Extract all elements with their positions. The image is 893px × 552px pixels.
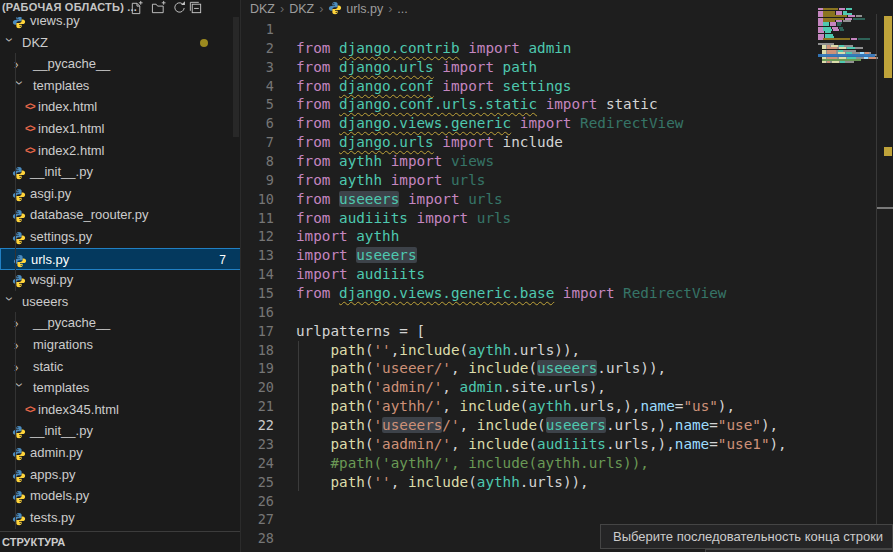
breadcrumb-separator-icon: › — [275, 2, 289, 16]
code-line-9[interactable]: 9from aythh import urls — [242, 171, 818, 190]
tree-item-useeers[interactable]: ›useeers — [0, 291, 241, 313]
line-number[interactable]: 23 — [242, 435, 274, 454]
code-line-21[interactable]: 21 path('aythh/', include(aythh.urls,),n… — [242, 397, 818, 416]
line-number[interactable]: 13 — [242, 246, 274, 265]
line-number[interactable]: 20 — [242, 378, 274, 397]
code-line-14[interactable]: 14import audiiits — [242, 265, 818, 284]
line-number[interactable]: 18 — [242, 341, 274, 360]
tree-item-static[interactable]: ›static — [0, 356, 241, 378]
code-line-7[interactable]: 7from django.urls import include — [242, 133, 818, 152]
collapse-all-icon[interactable] — [188, 0, 204, 16]
code-line-16[interactable]: 16 — [242, 303, 818, 322]
breadcrumb-item[interactable]: DKZ — [250, 2, 275, 16]
tree-item-tests-py[interactable]: tests.py — [0, 507, 241, 529]
line-number[interactable]: 27 — [242, 510, 274, 529]
breadcrumb-item[interactable]: DKZ — [289, 2, 314, 16]
line-number[interactable]: 11 — [242, 209, 274, 228]
tree-item-asgi-py[interactable]: asgi.py — [0, 183, 241, 205]
line-number[interactable]: 8 — [242, 152, 274, 171]
code-line-20[interactable]: 20 path('admin/', admin.site.urls), — [242, 378, 818, 397]
code-text: from django.views.generic.base import Re… — [296, 284, 726, 303]
tree-item-migrations[interactable]: ›migrations — [0, 334, 241, 356]
line-number[interactable]: 17 — [242, 322, 274, 341]
new-folder-icon[interactable] — [151, 0, 167, 16]
line-number[interactable]: 1 — [242, 20, 274, 39]
code-line-8[interactable]: 8from aythh import views — [242, 152, 818, 171]
tree-item-models-py[interactable]: models.py — [0, 485, 241, 507]
code-line-2[interactable]: 2from django.contrib import admin — [242, 39, 818, 58]
code-line-17[interactable]: 17urlpatterns = [ — [242, 322, 818, 341]
overview-ruler[interactable] — [876, 14, 893, 552]
tree-item-label: migrations — [33, 334, 93, 356]
line-number[interactable]: 24 — [242, 454, 274, 473]
code-line-13[interactable]: 13import useeers — [242, 246, 818, 265]
line-number[interactable]: 6 — [242, 114, 274, 133]
tree-item-dkz[interactable]: ›DKZ — [0, 32, 241, 54]
refresh-icon[interactable] — [172, 0, 188, 16]
tree-item-database-roouter-py[interactable]: database_roouter.py — [0, 204, 241, 226]
tree-item-index-html[interactable]: <>index.html — [0, 96, 241, 118]
editor-pane[interactable]: DKZ›DKZ›urls.py›... 12from django.contri… — [242, 0, 893, 552]
tree-item-label: database_roouter.py — [30, 204, 149, 226]
tree-item-templates[interactable]: ›templates — [0, 377, 241, 399]
tree-item--init-py[interactable]: __init__.py — [0, 161, 241, 183]
minimap[interactable] — [818, 6, 875, 86]
tree-item-templates[interactable]: ›templates — [0, 75, 241, 97]
line-number[interactable]: 7 — [242, 133, 274, 152]
code-line-18[interactable]: 18 path('',include(aythh.urls)), — [242, 341, 818, 360]
tree-item-wsgi-py[interactable]: wsgi.py — [0, 269, 241, 291]
line-number[interactable]: 3 — [242, 58, 274, 77]
sidebar-scrollbar[interactable] — [233, 17, 239, 137]
code-line-4[interactable]: 4from django.conf import settings — [242, 77, 818, 96]
tree-item-label: admin.py — [30, 442, 83, 464]
line-number[interactable]: 2 — [242, 39, 274, 58]
tree-item-index345-html[interactable]: <>index345.html — [0, 399, 241, 421]
tree-item-settings-py[interactable]: settings.py — [0, 226, 241, 248]
breadcrumb-item[interactable]: urls.py — [346, 2, 383, 16]
outline-section-header[interactable]: СТРУКТУРА — [0, 531, 241, 552]
code-line-10[interactable]: 10from useeers import urls — [242, 190, 818, 209]
new-file-icon[interactable] — [129, 0, 145, 16]
line-number[interactable]: 19 — [242, 359, 274, 378]
code-text: from django.conf import settings — [296, 77, 571, 96]
code-area[interactable]: 12from django.contrib import admin3from … — [242, 20, 893, 552]
tree-item--pycache-[interactable]: ›__pycache__ — [0, 53, 241, 75]
tree-item--pycache-[interactable]: ›__pycache__ — [0, 312, 241, 334]
line-number[interactable]: 28 — [242, 529, 274, 548]
tree-item-index2-html[interactable]: <>index2.html — [0, 140, 241, 162]
code-line-19[interactable]: 19 path('useeer/', include(useeers.urls)… — [242, 359, 818, 378]
code-line-12[interactable]: 12import aythh — [242, 227, 818, 246]
code-text: from useeers import urls — [296, 190, 503, 209]
code-line-5[interactable]: 5from django.conf.urls.static import sta… — [242, 95, 818, 114]
code-text: import audiiits — [296, 265, 425, 284]
code-line-22[interactable]: 22 path('useeers/', include(useeers.urls… — [242, 416, 818, 435]
line-number[interactable]: 9 — [242, 171, 274, 190]
line-number[interactable]: 4 — [242, 77, 274, 96]
code-line-25[interactable]: 25 path('', include(aythh.urls)), — [242, 473, 818, 492]
line-number[interactable]: 15 — [242, 284, 274, 303]
line-number[interactable]: 25 — [242, 473, 274, 492]
line-number[interactable]: 21 — [242, 397, 274, 416]
code-line-6[interactable]: 6from django.views.generic import Redire… — [242, 114, 818, 133]
line-number[interactable]: 16 — [242, 303, 274, 322]
code-line-15[interactable]: 15from django.views.generic.base import … — [242, 284, 818, 303]
line-number[interactable]: 22 — [242, 416, 274, 435]
tree-item-index1-html[interactable]: <>index1.html — [0, 118, 241, 140]
line-number[interactable]: 14 — [242, 265, 274, 284]
tree-item--init-py[interactable]: __init__.py — [0, 420, 241, 442]
line-number[interactable]: 26 — [242, 492, 274, 511]
breadcrumb-item[interactable]: ... — [397, 2, 407, 16]
code-line-3[interactable]: 3from django.urls import path — [242, 58, 818, 77]
line-number[interactable]: 12 — [242, 227, 274, 246]
code-line-26[interactable]: 26 — [242, 492, 818, 511]
tree-item-label: __pycache__ — [33, 312, 110, 334]
tree-item-urls-py[interactable]: urls.py7 — [0, 248, 241, 270]
code-line-11[interactable]: 11from audiiits import urls — [242, 209, 818, 228]
tree-item-admin-py[interactable]: admin.py — [0, 442, 241, 464]
line-number[interactable]: 10 — [242, 190, 274, 209]
code-line-1[interactable]: 1 — [242, 20, 818, 39]
code-line-24[interactable]: 24 #path('aythh/', include(aythh.urls)), — [242, 454, 818, 473]
line-number[interactable]: 5 — [242, 95, 274, 114]
code-line-23[interactable]: 23 path('aadmin/', include(audiiits.urls… — [242, 435, 818, 454]
tree-item-apps-py[interactable]: apps.py — [0, 464, 241, 486]
